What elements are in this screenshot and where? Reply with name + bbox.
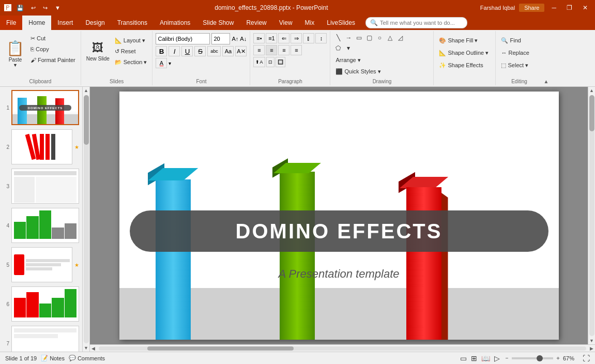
slide-canvas-container[interactable]: DOMINO EFFECTS A Presentation template: [90, 87, 588, 344]
tab-view[interactable]: View: [273, 16, 299, 30]
slide-thumb-5[interactable]: 5 ★: [2, 246, 80, 283]
slide-thumb-6[interactable]: 6: [2, 285, 80, 323]
shape-effects-button[interactable]: ✨ Shape Effects: [437, 60, 485, 70]
main-scroll-track-v[interactable]: [589, 95, 594, 336]
main-scrollbar-v[interactable]: ▲ ▼: [588, 87, 595, 344]
new-slide-button[interactable]: 🖼 New Slide: [84, 33, 112, 69]
fit-slide-button[interactable]: ⛶: [583, 354, 590, 362]
tab-animations[interactable]: Animations: [154, 16, 196, 30]
h-scroll-right[interactable]: ▶: [588, 346, 595, 351]
slide-thumb-7[interactable]: 7: [2, 325, 80, 352]
strikethrough-button[interactable]: S: [194, 46, 206, 56]
zoom-in-button[interactable]: ＋: [555, 354, 561, 362]
italic-button[interactable]: I: [169, 46, 180, 56]
numbering-button[interactable]: ≡1: [266, 33, 277, 43]
tab-review[interactable]: Review: [240, 16, 272, 30]
change-case-button[interactable]: Aa: [222, 46, 234, 56]
right-triangle[interactable]: ◿: [395, 33, 405, 42]
rect-shape[interactable]: ▭: [354, 33, 363, 42]
zoom-slider[interactable]: [512, 357, 553, 359]
zoom-out-button[interactable]: －: [504, 354, 510, 362]
select-button[interactable]: ⬚ Select ▾: [499, 60, 530, 70]
find-button[interactable]: 🔍 Find: [499, 35, 523, 46]
text-direction-button[interactable]: ⬆A: [253, 57, 265, 67]
quick-styles-button[interactable]: ⬛ Quick Styles ▾: [333, 66, 383, 77]
tab-design[interactable]: Design: [79, 16, 111, 30]
increase-font-button[interactable]: A↑: [232, 36, 238, 42]
tab-insert[interactable]: Insert: [51, 16, 79, 30]
tell-me-input[interactable]: [380, 20, 463, 26]
more-shapes[interactable]: ▾: [344, 43, 353, 53]
scroll-down-arrow[interactable]: ▼: [83, 344, 89, 352]
scroll-track[interactable]: [84, 95, 89, 343]
minimize-button[interactable]: ─: [548, 3, 559, 12]
shape-outline-button[interactable]: 📐 Shape Outline ▾: [437, 48, 491, 58]
arrow-shape[interactable]: →: [344, 33, 353, 42]
triangle-shape[interactable]: △: [385, 33, 394, 42]
qat-customize[interactable]: ▼: [53, 4, 63, 12]
slide-canvas[interactable]: DOMINO EFFECTS A Presentation template: [119, 92, 559, 340]
decrease-indent-button[interactable]: ⇐: [278, 33, 289, 43]
section-button[interactable]: 📂 Section ▾: [113, 57, 149, 67]
normal-view-button[interactable]: ▭: [460, 354, 467, 362]
font-color-button[interactable]: A: [156, 58, 167, 68]
format-painter-button[interactable]: 🖌 Format Painter: [28, 55, 78, 65]
align-left-button[interactable]: ≡: [253, 45, 265, 55]
align-center-button[interactable]: ≡: [266, 45, 277, 55]
main-scroll-down[interactable]: ▼: [588, 337, 595, 344]
smartart-button[interactable]: 🔲: [276, 57, 285, 67]
rounded-rect-shape[interactable]: ▢: [364, 33, 374, 42]
tab-file[interactable]: File: [0, 16, 22, 30]
close-button[interactable]: ✕: [579, 3, 591, 12]
qat-redo[interactable]: ↪: [41, 4, 50, 12]
paste-button[interactable]: 📋 Paste ▼: [3, 33, 27, 74]
share-button[interactable]: Share: [519, 4, 544, 12]
tab-transitions[interactable]: Transitions: [111, 16, 154, 30]
zoom-level[interactable]: 67%: [563, 355, 578, 361]
line-spacing-button[interactable]: ↕: [315, 33, 327, 43]
layout-button[interactable]: 📐 Layout ▾: [113, 35, 149, 46]
main-scroll-up[interactable]: ▲: [588, 87, 595, 94]
underline-button[interactable]: U: [181, 46, 193, 56]
bullets-button[interactable]: ≡•: [253, 33, 265, 43]
tab-slideshow[interactable]: Slide Show: [196, 16, 240, 30]
slide-thumb-2[interactable]: 2 ★: [2, 128, 80, 165]
copy-button[interactable]: ⎘ Copy: [28, 44, 78, 54]
small-caps-button[interactable]: abc: [207, 46, 221, 56]
justify-button[interactable]: ≡: [291, 45, 302, 55]
tab-home[interactable]: Home: [22, 16, 51, 30]
slide-thumb-4[interactable]: 4: [2, 207, 80, 244]
reading-view-button[interactable]: 📖: [481, 354, 490, 362]
font-name-input[interactable]: [156, 33, 210, 44]
columns-button[interactable]: ⫿: [303, 33, 314, 43]
tab-liveslides[interactable]: LiveSlides: [321, 16, 361, 30]
qat-save[interactable]: 💾: [14, 4, 26, 12]
font-color-arrow[interactable]: ▾: [169, 60, 171, 66]
slide-thumb-1[interactable]: 1 DOMINO EFFECTS: [2, 89, 80, 126]
comments-button[interactable]: 💬 Comments: [69, 355, 105, 361]
align-text-button[interactable]: ⊡: [266, 57, 274, 67]
bold-button[interactable]: B: [156, 46, 167, 56]
ribbon-expand[interactable]: ▲: [542, 31, 550, 85]
presenter-view-button[interactable]: ▷: [494, 354, 500, 362]
arrange-button[interactable]: Arrange ▾: [333, 55, 383, 65]
h-scrollbar[interactable]: ◀ ▶: [90, 344, 595, 352]
shape-fill-button[interactable]: 🎨 Shape Fill ▾: [437, 35, 480, 46]
slide-thumb-3[interactable]: 3: [2, 168, 80, 205]
reset-button[interactable]: ↺ Reset: [113, 46, 149, 56]
scroll-up-arrow[interactable]: ▲: [83, 87, 89, 94]
h-scroll-track[interactable]: [99, 346, 586, 351]
line-shape[interactable]: ╲: [333, 33, 343, 42]
h-scroll-left[interactable]: ◀: [90, 346, 97, 351]
cut-button[interactable]: ✂ Cut: [28, 33, 78, 43]
replace-button[interactable]: ↔ Replace: [499, 48, 531, 58]
notes-button[interactable]: 📝 Notes: [41, 355, 65, 361]
align-right-button[interactable]: ≡: [278, 45, 289, 55]
pentagon-shape[interactable]: ⬠: [333, 43, 343, 53]
decrease-font-button[interactable]: A↓: [240, 36, 247, 42]
tab-mix[interactable]: Mix: [299, 16, 321, 30]
tell-me-box[interactable]: 🔍: [365, 17, 467, 28]
restore-button[interactable]: ❐: [563, 3, 575, 12]
font-size-input[interactable]: [211, 33, 230, 44]
slide-sorter-button[interactable]: ⊞: [471, 354, 477, 362]
